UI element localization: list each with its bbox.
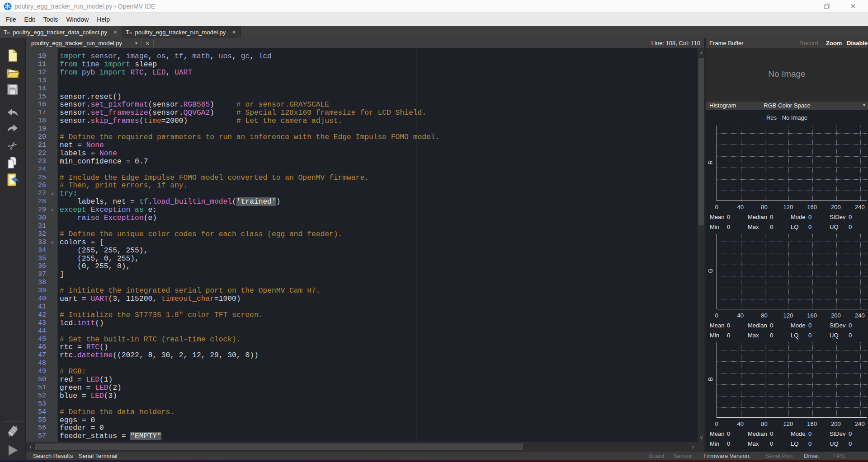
token-pl: e: (148, 205, 157, 214)
paste-icon[interactable] (6, 173, 19, 187)
token-pl: labels, net = (60, 197, 139, 206)
connect-icon[interactable] (6, 425, 19, 438)
code-line[interactable]: 17sensor.set_framesize(sensor.QQVGA2) # … (26, 109, 698, 117)
record-button[interactable]: Record (799, 40, 818, 47)
scroll-left-icon[interactable]: ‹ (27, 443, 34, 450)
code-line[interactable]: 54# Define the data holders. (26, 408, 698, 416)
menu-window[interactable]: Window (62, 15, 93, 24)
undo-icon[interactable] (6, 107, 19, 119)
menu-file[interactable]: File (2, 15, 20, 24)
code-line[interactable]: 22labels = None (26, 149, 698, 158)
fold-marker-icon[interactable]: ∨ (48, 206, 57, 214)
code-line[interactable]: 12from pyb import RTC, LED, UART (26, 69, 698, 77)
menu-help[interactable]: Help (93, 15, 114, 24)
stat-value-uq: 0 (849, 332, 852, 339)
code-line[interactable]: 49# RGB: (26, 368, 698, 376)
horizontal-scrollbar[interactable]: ‹ › (26, 442, 698, 452)
code-line[interactable]: 37] (26, 271, 698, 279)
status-tab-serial-terminal[interactable]: Serial Terminal (79, 453, 118, 459)
code-line[interactable]: 56feeder = 0 (26, 424, 698, 432)
open-document-combo[interactable]: poultry_egg_tracker_run_model.py ▾ × (31, 38, 154, 48)
restore-button[interactable] (816, 0, 837, 13)
code-line[interactable]: 15sensor.reset() (26, 93, 698, 101)
title-bar[interactable]: poultry_egg_tracker_run_model.py - OpenM… (0, 0, 868, 13)
code-line[interactable]: 30 raise Exception(e) (26, 214, 698, 222)
stat-value-min: 0 (727, 224, 730, 230)
scroll-right-icon[interactable]: › (689, 443, 697, 450)
code-line[interactable]: 53 (26, 400, 698, 408)
code-line[interactable]: 25# Include the Edge Impulse FOMO model … (26, 174, 698, 182)
code-line[interactable]: 20# Define the required parameters to ru… (26, 133, 698, 141)
fold-marker-icon[interactable]: ∨ (48, 238, 57, 247)
code-line[interactable]: 45# Set the built-in RTC (real-time cloc… (26, 336, 698, 344)
close-tab-icon[interactable]: × (232, 28, 236, 36)
menu-tools[interactable]: Tools (39, 15, 62, 24)
code-line[interactable]: 19 (26, 125, 698, 133)
status-tab-search-results[interactable]: Search Results (33, 453, 73, 459)
code-line[interactable]: 31 (26, 222, 698, 230)
tab-poultry_egg_tracker_data_collect.py[interactable]: Tₕpoultry_egg_tracker_data_collect.py× (0, 26, 122, 38)
code-line[interactable]: 52blue = LED(3) (26, 392, 698, 400)
token-pl: feeder = 0 (60, 424, 104, 432)
chevron-down-icon[interactable]: ▾ (863, 103, 865, 107)
code-line[interactable]: 16sensor.set_pixformat(sensor.RGB565) # … (26, 101, 698, 109)
code-line[interactable]: 57feeder_status = "EMPTY" (26, 432, 698, 440)
axis-tick-label: 80 (758, 204, 771, 210)
zoom-button[interactable]: Zoom (826, 40, 842, 47)
close-document-icon[interactable]: × (142, 40, 154, 47)
start-script-icon[interactable] (6, 443, 19, 457)
tab-poultry_egg_tracker_run_model.py[interactable]: Tₕpoultry_egg_tracker_run_model.py× (122, 26, 241, 38)
code-line[interactable]: 32# Define the unique color codes for ea… (26, 230, 698, 238)
code-line[interactable]: 10import sensor, image, os, tf, math, uo… (26, 52, 698, 61)
code-line[interactable]: 35 (255, 0, 255), (26, 255, 698, 263)
close-tab-icon[interactable]: × (113, 28, 117, 36)
code-line[interactable]: 33∨colors = [ (26, 238, 698, 247)
code-line[interactable]: 48 (26, 359, 698, 368)
code-line[interactable]: 29∨except Exception as e: (26, 206, 698, 214)
code-line[interactable]: 26# Then, print errors, if any. (26, 182, 698, 190)
code-line[interactable]: 28 labels, net = tf.load_builtin_model('… (26, 198, 698, 206)
code-line[interactable]: 21net = None (26, 141, 698, 149)
code-editor[interactable]: 10import sensor, image, os, tf, math, uo… (26, 48, 698, 442)
color-space-select[interactable]: RGB Color Space (749, 102, 826, 109)
code-line[interactable]: 40uart = UART(3, 115200, timeout_char=10… (26, 295, 698, 303)
chevron-down-icon[interactable]: ▾ (132, 41, 142, 46)
save-file-icon[interactable] (6, 83, 19, 96)
token-fn: skip_frames (90, 117, 139, 125)
code-line[interactable]: 18sensor.skip_frames(time=2000) # Let th… (26, 117, 698, 125)
copy-icon[interactable] (6, 156, 19, 169)
axis-tick-label: 40 (734, 312, 747, 319)
cut-icon[interactable]: ✂ (3, 136, 22, 155)
redo-icon[interactable] (6, 123, 19, 135)
open-file-icon[interactable] (6, 66, 19, 80)
frame-buffer-header: Frame Buffer Record Zoom Disable (706, 38, 868, 48)
close-window-button[interactable]: ✕ (843, 0, 863, 13)
code-line[interactable]: 38 (26, 279, 698, 287)
code-line[interactable]: 23min_confidence = 0.7 (26, 158, 698, 166)
line-number: 22 (26, 149, 46, 158)
code-line[interactable]: 46rtc = RTC() (26, 343, 698, 351)
code-line[interactable]: 51green = LED(2) (26, 384, 698, 392)
code-line[interactable]: 55eggs = 0 (26, 416, 698, 425)
menu-edit[interactable]: Edit (20, 15, 39, 24)
code-line[interactable]: 14 (26, 85, 698, 93)
code-line[interactable]: 13 (26, 77, 698, 85)
code-line[interactable]: 41 (26, 303, 698, 311)
stat-label-mean: Mean (710, 430, 725, 437)
code-line[interactable]: 47rtc.datetime((2022, 8, 30, 2, 12, 29, … (26, 351, 698, 359)
code-line[interactable]: 44 (26, 327, 698, 336)
code-line[interactable]: 43lcd.init() (26, 319, 698, 327)
horizontal-scrollbar-thumb[interactable] (35, 443, 523, 450)
fold-marker-icon[interactable]: ∨ (48, 190, 57, 198)
code-line[interactable]: 27∨try: (26, 190, 698, 198)
disable-button[interactable]: Disable (847, 40, 868, 47)
code-line[interactable]: 42# Initialize the ST7735 1.8" color TFT… (26, 311, 698, 319)
minimize-button[interactable]: – (790, 0, 811, 13)
code-line[interactable]: 34 (255, 255, 255), (26, 247, 698, 255)
new-file-icon[interactable] (6, 49, 19, 62)
code-line[interactable]: 24 (26, 166, 698, 174)
code-line[interactable]: 11from time import sleep (26, 61, 698, 69)
code-line[interactable]: 36 (0, 255, 0), (26, 262, 698, 271)
code-line[interactable]: 50red = LED(1) (26, 376, 698, 384)
code-line[interactable]: 39# Initiate the integrated serial port … (26, 287, 698, 295)
